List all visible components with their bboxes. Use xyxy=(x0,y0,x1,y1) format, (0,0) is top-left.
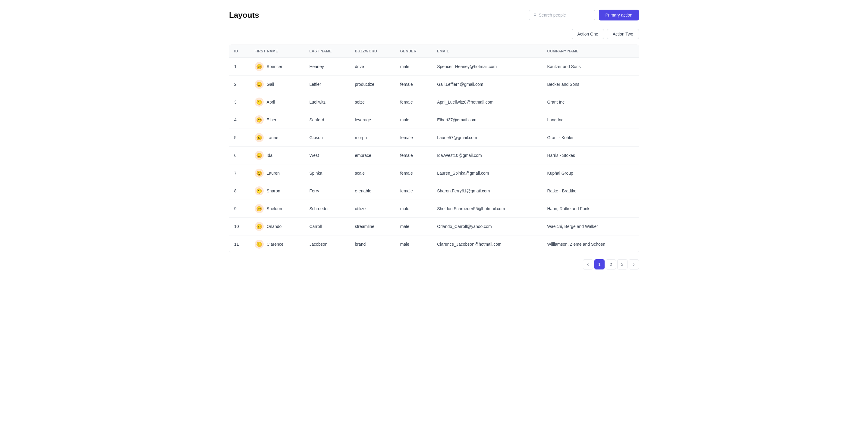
first-name-label: April xyxy=(267,100,275,104)
primary-action-button[interactable]: Primary action xyxy=(599,10,639,21)
cell-buzzword: drive xyxy=(350,58,395,75)
table-row: 6😊IdaWestembracefemaleIda.West10@gmail.c… xyxy=(229,147,639,164)
first-name-label: Ida xyxy=(267,153,273,158)
col-header-buzzword: BUZZWORD xyxy=(350,45,395,58)
cell-company-name: Becker and Sons xyxy=(542,75,639,93)
avatar: 😐 xyxy=(255,240,264,249)
cell-id: 3 xyxy=(229,93,250,111)
cell-buzzword: brand xyxy=(350,235,395,253)
cell-first-name: 😊Elbert xyxy=(250,111,305,129)
avatar: 😊 xyxy=(255,151,264,160)
pagination-page-2[interactable]: 2 xyxy=(606,259,616,270)
cell-buzzword: streamline xyxy=(350,218,395,235)
cell-last-name: West xyxy=(304,147,350,164)
avatar: 😊 xyxy=(255,62,264,71)
cell-last-name: Schroeder xyxy=(304,200,350,218)
cell-first-name: 😊Lauren xyxy=(250,164,305,182)
col-header-company-name: COMPANY NAME xyxy=(542,45,639,58)
col-header-gender: GENDER xyxy=(396,45,432,58)
cell-buzzword: embrace xyxy=(350,147,395,164)
first-name-label: Laurie xyxy=(267,135,278,140)
cell-buzzword: seize xyxy=(350,93,395,111)
cell-id: 9 xyxy=(229,200,250,218)
cell-company-name: Grant - Kohler xyxy=(542,129,639,147)
first-name-label: Elbert xyxy=(267,117,278,122)
cell-first-name: 😊Spencer xyxy=(250,58,305,75)
cell-company-name: Hahn, Ratke and Funk xyxy=(542,200,639,218)
cell-email: Ida.West10@gmail.com xyxy=(432,147,542,164)
search-icon: ⚲ xyxy=(533,13,536,18)
cell-gender: female xyxy=(396,147,432,164)
cell-id: 4 xyxy=(229,111,250,129)
cell-email: Sharon.Ferry61@gmail.com xyxy=(432,182,542,200)
cell-last-name: Spinka xyxy=(304,164,350,182)
search-box: ⚲ xyxy=(529,10,595,20)
first-name-label: Gail xyxy=(267,82,274,87)
table-row: 1😊SpencerHeaneydrivemaleSpencer_Heaney@h… xyxy=(229,58,639,75)
col-header-id: ID xyxy=(229,45,250,58)
table-row: 5😐LaurieGibsonmorphfemaleLaurie57@gmail.… xyxy=(229,129,639,147)
col-header-last-name: LAST NAME xyxy=(304,45,350,58)
col-header-first-name: FIRST NAME xyxy=(250,45,305,58)
cell-email: Elbert37@gmail.com xyxy=(432,111,542,129)
pagination-next[interactable]: › xyxy=(629,259,639,270)
data-table: ID FIRST NAME LAST NAME BUZZWORD GENDER … xyxy=(229,45,639,253)
cell-gender: male xyxy=(396,200,432,218)
pagination-page-3[interactable]: 3 xyxy=(617,259,627,270)
cell-gender: female xyxy=(396,93,432,111)
avatar: 😠 xyxy=(255,222,264,231)
page-title: Layouts xyxy=(229,10,259,20)
first-name-label: Lauren xyxy=(267,171,280,175)
cell-buzzword: morph xyxy=(350,129,395,147)
cell-company-name: Kuphal Group xyxy=(542,164,639,182)
pagination-prev[interactable]: ‹ xyxy=(583,259,593,270)
cell-buzzword: e-enable xyxy=(350,182,395,200)
cell-first-name: 😐Clarence xyxy=(250,235,305,253)
avatar: 😊 xyxy=(255,115,264,124)
cell-first-name: 😊Ida xyxy=(250,147,305,164)
table-row: 10😠OrlandoCarrollstreamlinemaleOrlando_C… xyxy=(229,218,639,235)
cell-gender: female xyxy=(396,164,432,182)
cell-buzzword: utilize xyxy=(350,200,395,218)
cell-email: April_Lueilwitz0@hotmail.com xyxy=(432,93,542,111)
table-row: 11😐ClarenceJacobsonbrandmaleClarence_Jac… xyxy=(229,235,639,253)
cell-first-name: 😐Sharon xyxy=(250,182,305,200)
cell-first-name: 😐April xyxy=(250,93,305,111)
cell-first-name: 😊Sheldon xyxy=(250,200,305,218)
avatar: 😊 xyxy=(255,80,264,89)
cell-gender: male xyxy=(396,58,432,75)
table-row: 8😐SharonFerrye-enablefemaleSharon.Ferry6… xyxy=(229,182,639,200)
search-input[interactable] xyxy=(539,13,591,18)
first-name-label: Sheldon xyxy=(267,206,282,211)
cell-id: 6 xyxy=(229,147,250,164)
table-row: 9😊SheldonSchroederutilizemaleSheldon.Sch… xyxy=(229,200,639,218)
cell-gender: female xyxy=(396,182,432,200)
cell-id: 7 xyxy=(229,164,250,182)
first-name-label: Clarence xyxy=(267,242,284,247)
cell-first-name: 😐Laurie xyxy=(250,129,305,147)
header-controls: ⚲ Primary action xyxy=(529,10,639,21)
cell-company-name: Lang Inc xyxy=(542,111,639,129)
pagination-page-1[interactable]: 1 xyxy=(594,259,604,270)
cell-company-name: Williamson, Zieme and Schoen xyxy=(542,235,639,253)
cell-last-name: Ferry xyxy=(304,182,350,200)
action-two-button[interactable]: Action Two xyxy=(607,29,639,39)
cell-first-name: 😊Gail xyxy=(250,75,305,93)
cell-email: Orlando_Carroll@yahoo.com xyxy=(432,218,542,235)
cell-id: 5 xyxy=(229,129,250,147)
cell-gender: male xyxy=(396,111,432,129)
cell-buzzword: leverage xyxy=(350,111,395,129)
cell-company-name: Waelchi, Berge and Walker xyxy=(542,218,639,235)
cell-first-name: 😠Orlando xyxy=(250,218,305,235)
cell-email: Spencer_Heaney@hotmail.com xyxy=(432,58,542,75)
action-one-button[interactable]: Action One xyxy=(572,29,604,39)
cell-buzzword: scale xyxy=(350,164,395,182)
pagination: ‹ 1 2 3 › xyxy=(229,259,639,272)
cell-gender: male xyxy=(396,218,432,235)
avatar: 😊 xyxy=(255,204,264,213)
cell-buzzword: productize xyxy=(350,75,395,93)
cell-id: 10 xyxy=(229,218,250,235)
first-name-label: Sharon xyxy=(267,189,280,193)
cell-gender: female xyxy=(396,129,432,147)
cell-id: 2 xyxy=(229,75,250,93)
